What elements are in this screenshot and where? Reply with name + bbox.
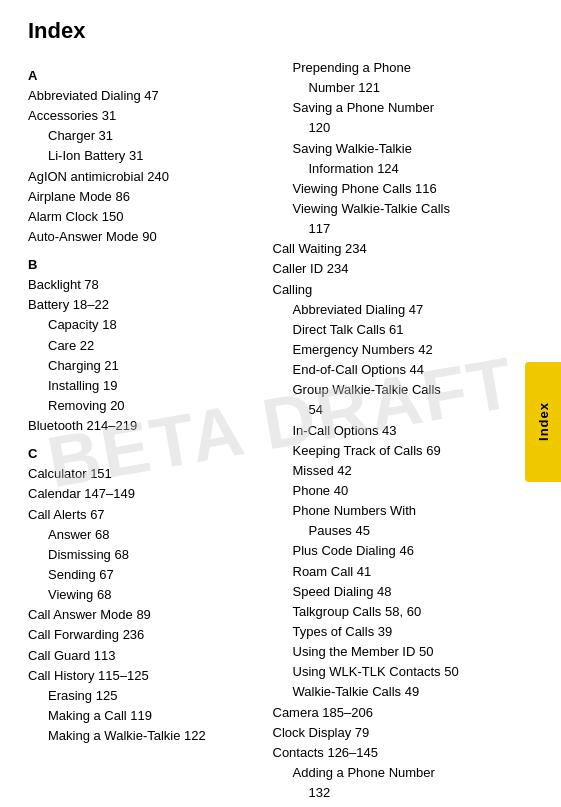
index-entry: Airplane Mode 86 — [28, 187, 257, 207]
left-column: AAbbreviated Dialing 47Accessories 31Cha… — [28, 58, 267, 803]
index-entry: Phone Numbers With — [273, 501, 502, 521]
index-entry: Call Waiting 234 — [273, 239, 502, 259]
index-entry: Contacts 126–145 — [273, 743, 502, 763]
index-entry: Walkie-Talkie Calls 49 — [273, 682, 502, 702]
right-column: Prepending a PhoneNumber 121Saving a Pho… — [267, 58, 502, 803]
index-entry: Making a Call 119 — [28, 706, 257, 726]
index-entry: Sending 67 — [28, 565, 257, 585]
index-entry: Accessories 31 — [28, 106, 257, 126]
index-entry: 120 — [273, 118, 502, 138]
index-entry: Removing 20 — [28, 396, 257, 416]
section-letter-c: C — [28, 446, 257, 461]
index-entry: Backlight 78 — [28, 275, 257, 295]
index-entry: Charging 21 — [28, 356, 257, 376]
index-entry: Battery 18–22 — [28, 295, 257, 315]
index-entry: Using the Member ID 50 — [273, 642, 502, 662]
index-entry: End-of-Call Options 44 — [273, 360, 502, 380]
index-entry: Using WLK-TLK Contacts 50 — [273, 662, 502, 682]
index-entry: Viewing 68 — [28, 585, 257, 605]
index-entry: Prepending a Phone — [273, 58, 502, 78]
index-entry: Answer 68 — [28, 525, 257, 545]
page-title: Index — [28, 18, 501, 44]
page-container: Index AAbbreviated Dialing 47Accessories… — [0, 0, 561, 807]
index-entry: 132 — [273, 783, 502, 803]
two-column-layout: AAbbreviated Dialing 47Accessories 31Cha… — [28, 58, 501, 803]
index-entry: Roam Call 41 — [273, 562, 502, 582]
index-entry: Keeping Track of Calls 69 — [273, 441, 502, 461]
index-entry: Alarm Clock 150 — [28, 207, 257, 227]
index-entry: Direct Talk Calls 61 — [273, 320, 502, 340]
section-letter-b: B — [28, 257, 257, 272]
index-entry: Li-Ion Battery 31 — [28, 146, 257, 166]
index-entry: In-Call Options 43 — [273, 421, 502, 441]
index-entry: Missed 42 — [273, 461, 502, 481]
index-entry: Viewing Phone Calls 116 — [273, 179, 502, 199]
main-content: Index AAbbreviated Dialing 47Accessories… — [0, 0, 561, 807]
index-entry: Caller ID 234 — [273, 259, 502, 279]
index-entry: Speed Dialing 48 — [273, 582, 502, 602]
index-entry: 54 — [273, 400, 502, 420]
index-entry: Auto-Answer Mode 90 — [28, 227, 257, 247]
index-entry: Call Alerts 67 — [28, 505, 257, 525]
index-entry: Erasing 125 — [28, 686, 257, 706]
index-entry: Camera 185–206 — [273, 703, 502, 723]
index-entry: Saving Walkie-Talkie — [273, 139, 502, 159]
index-entry: Bluetooth 214–219 — [28, 416, 257, 436]
index-entry: Calculator 151 — [28, 464, 257, 484]
index-entry: AgION antimicrobial 240 — [28, 167, 257, 187]
index-entry: Phone 40 — [273, 481, 502, 501]
index-entry: Care 22 — [28, 336, 257, 356]
index-entry: Call History 115–125 — [28, 666, 257, 686]
index-entry: Talkgroup Calls 58, 60 — [273, 602, 502, 622]
index-entry: Call Answer Mode 89 — [28, 605, 257, 625]
index-entry: Types of Calls 39 — [273, 622, 502, 642]
index-entry: 117 — [273, 219, 502, 239]
index-entry: Abbreviated Dialing 47 — [28, 86, 257, 106]
section-letter-a: A — [28, 68, 257, 83]
index-entry: Making a Walkie-Talkie 122 — [28, 726, 257, 746]
index-entry: Call Forwarding 236 — [28, 625, 257, 645]
index-entry: Dismissing 68 — [28, 545, 257, 565]
index-entry: Calendar 147–149 — [28, 484, 257, 504]
index-entry: Group Walkie-Talkie Calls — [273, 380, 502, 400]
sidebar-tab: Index — [525, 362, 561, 482]
index-entry: Saving a Phone Number — [273, 98, 502, 118]
index-entry: Charger 31 — [28, 126, 257, 146]
index-entry: Adding a Phone Number — [273, 763, 502, 783]
index-entry: Viewing Walkie-Talkie Calls — [273, 199, 502, 219]
index-entry: Number 121 — [273, 78, 502, 98]
index-entry: Emergency Numbers 42 — [273, 340, 502, 360]
index-entry: Installing 19 — [28, 376, 257, 396]
index-entry: Plus Code Dialing 46 — [273, 541, 502, 561]
index-entry: Information 124 — [273, 159, 502, 179]
sidebar-tab-label: Index — [536, 402, 551, 441]
index-entry: Pauses 45 — [273, 521, 502, 541]
index-entry: Calling — [273, 280, 502, 300]
index-entry: Call Guard 113 — [28, 646, 257, 666]
index-entry: Abbreviated Dialing 47 — [273, 300, 502, 320]
index-entry: Clock Display 79 — [273, 723, 502, 743]
index-entry: Capacity 18 — [28, 315, 257, 335]
